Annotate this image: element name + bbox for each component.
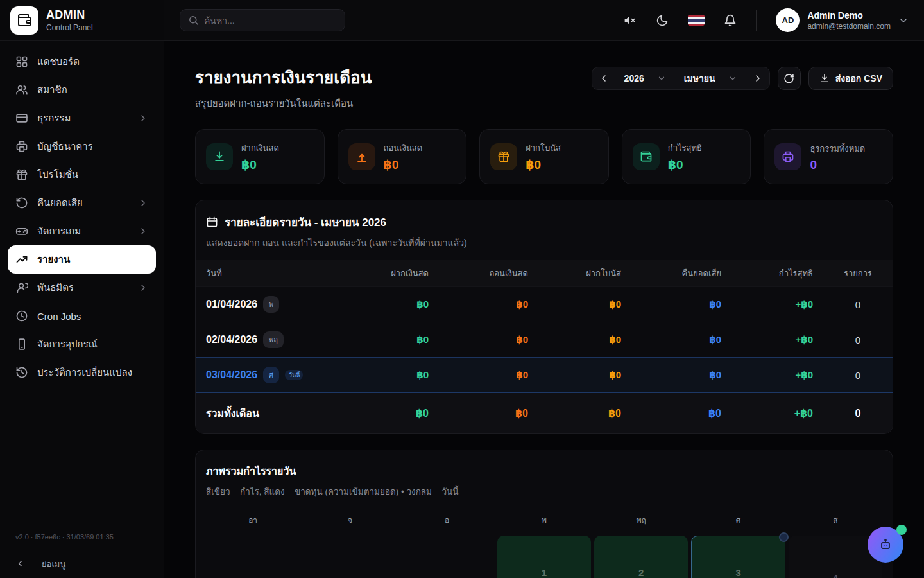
gamepad-icon [15,225,28,238]
export-csv-button[interactable]: ส่งออก CSV [809,67,893,90]
heatmap-grid: อา จ อ พ พฤ ศ ส 1 0 2 0 [196,498,893,578]
refresh-button[interactable] [778,67,801,90]
sidebar-item-label: Cron Jobs [37,311,81,322]
users-icon [15,83,28,96]
heatmap-cell-empty [400,536,494,578]
col-header-count: รายการ [823,260,893,287]
row-profit: +฿0 [732,358,823,393]
report-controls: 2026 เมษายน ส่งออก CSV [592,67,893,90]
row-cashback: ฿0 [631,287,732,322]
sidebar-item-bank-accounts[interactable]: บัญชีธนาคาร [8,132,156,161]
chevron-right-icon [138,226,148,236]
sidebar-item-devices[interactable]: จัดการอุปกรณ์ [8,330,156,358]
export-csv-label: ส่งออก CSV [835,71,882,85]
user-menu[interactable]: AD Admin Demo admin@testdomain.com [776,8,909,32]
row-count: 0 [823,287,893,322]
stat-label: ธุรกรรมทั้งหมด [810,142,865,155]
sidebar-item-games[interactable]: จัดการเกม [8,217,156,245]
sidebar-item-change-history[interactable]: ประวัติการเปลี่ยนแปลง [8,358,156,387]
sidebar-item-label: บัญชีธนาคาร [37,139,93,154]
table-row-today[interactable]: 03/04/2026 ศ วันนี้ ฿0 ฿0 ฿0 ฿0 +฿0 0 [196,358,893,393]
heatmap-cell-day-2[interactable]: 2 0 [594,536,688,578]
page-subtitle: สรุปยอดฝาก-ถอนรายวันในแต่ละเดือน [195,96,372,111]
dow-label: ส [789,514,882,532]
stat-card-cash-withdraw: ถอนเงินสด ฿0 [338,129,467,184]
topbar: AD Admin Demo admin@testdomain.com [164,0,924,41]
col-header-cashback: คืนยอดเสีย [631,260,732,287]
sidebar-item-label: คืนยอดเสีย [37,195,83,211]
gift-icon [15,168,28,181]
dark-mode-moon-icon[interactable] [656,14,669,27]
dow-label: อ [400,514,494,532]
bank-receipt-icon [15,140,28,153]
total-count: 0 [823,393,893,434]
dow-label: จ [303,514,397,532]
clock-icon [15,310,28,322]
sidebar-item-partners[interactable]: พันธมิตร [8,274,156,302]
notifications-bell-icon[interactable] [724,14,737,27]
month-select[interactable]: เมษายน [675,71,746,85]
rotate-ccw-icon [15,197,28,209]
sidebar-item-transactions[interactable]: ธุรกรรม [8,104,156,132]
cell-day-number: 4 [833,572,838,578]
stat-label: ฝากเงินสด [241,141,279,155]
deposit-arrow-icon [206,143,233,170]
sidebar-item-label: จัดการอุปกรณ์ [37,337,98,352]
logo-row: ADMIN Control Panel [0,0,164,41]
trending-up-icon [15,253,28,266]
search-icon [188,15,199,26]
row-date: 02/04/2026 [206,334,257,346]
sound-muted-icon[interactable] [623,13,637,27]
thai-flag-icon[interactable] [688,15,705,26]
heatmap-cell-day-3-today[interactable]: 3 0 [691,536,785,578]
dow-label: พ [497,514,591,532]
year-select[interactable]: 2026 [615,73,675,83]
chevron-down-icon [898,15,909,26]
collapse-menu-button[interactable]: ย่อเมนู [0,550,164,578]
next-month-button[interactable] [746,67,769,90]
stat-value: ฿0 [384,157,423,172]
profit-heatmap-card: ภาพรวมกำไรรายวัน สีเขียว = กำไร, สีแดง =… [195,450,893,578]
sidebar-footer: v2.0 · f57ee6c · 31/03/69 01:35 ย่อเมนู [0,533,164,578]
chevron-right-icon [138,113,148,123]
row-deposit: ฿0 [336,322,439,358]
heatmap-cell-day-1[interactable]: 1 0 [497,536,591,578]
sidebar-item-members[interactable]: สมาชิก [8,76,156,104]
row-bonus: ฿0 [538,287,631,322]
col-header-profit: กำไรสุทธิ [732,260,823,287]
daily-table: วันที่ ฝากเงินสด ถอนเงินสด ฝากโบนัส คืนย… [196,260,893,434]
sidebar-nav: แดชบอร์ด สมาชิก ธุรกรรม บัญชีธนาคาร โปรโ… [0,41,164,387]
row-bonus: ฿0 [538,322,631,358]
sidebar-item-reports[interactable]: รายงาน [8,245,156,274]
weekday-badge: ศ [263,367,279,383]
download-icon [819,73,830,83]
cell-day-number: 2 [638,567,644,578]
search-input[interactable] [204,15,337,26]
row-cashback: ฿0 [631,322,732,358]
cell-day-number: 1 [542,567,547,578]
row-deposit: ฿0 [336,287,439,322]
total-profit: +฿0 [732,393,823,434]
user-name: Admin Demo [807,10,891,21]
sidebar-item-cashback[interactable]: คืนยอดเสีย [8,189,156,217]
col-header-deposit: ฝากเงินสด [336,260,439,287]
total-deposit: ฿0 [336,393,439,434]
sidebar-item-cron-jobs[interactable]: Cron Jobs [8,302,156,330]
total-bonus: ฿0 [538,393,631,434]
sidebar: ADMIN Control Panel แดชบอร์ด สมาชิก ธุรก… [0,0,164,578]
sidebar-item-label: โปรโมชั่น [37,167,78,182]
heatmap-cell-empty [206,536,300,578]
withdraw-arrow-icon [348,143,375,170]
table-row[interactable]: 01/04/2026 พ ฿0 ฿0 ฿0 ฿0 +฿0 0 [196,287,893,322]
table-row[interactable]: 02/04/2026 พฤ ฿0 ฿0 ฿0 ฿0 +฿0 0 [196,322,893,358]
collapse-menu-label: ย่อเมนู [42,557,65,571]
row-profit: +฿0 [732,287,823,322]
robot-icon [878,537,893,552]
assistant-fab-button[interactable] [868,527,903,563]
sidebar-item-promotions[interactable]: โปรโมชั่น [8,161,156,189]
row-deposit: ฿0 [336,358,439,393]
dow-label: อา [206,514,300,532]
total-label: รวมทั้งเดือน [196,393,336,434]
prev-month-button[interactable] [592,67,615,90]
sidebar-item-dashboard[interactable]: แดชบอร์ด [8,48,156,76]
